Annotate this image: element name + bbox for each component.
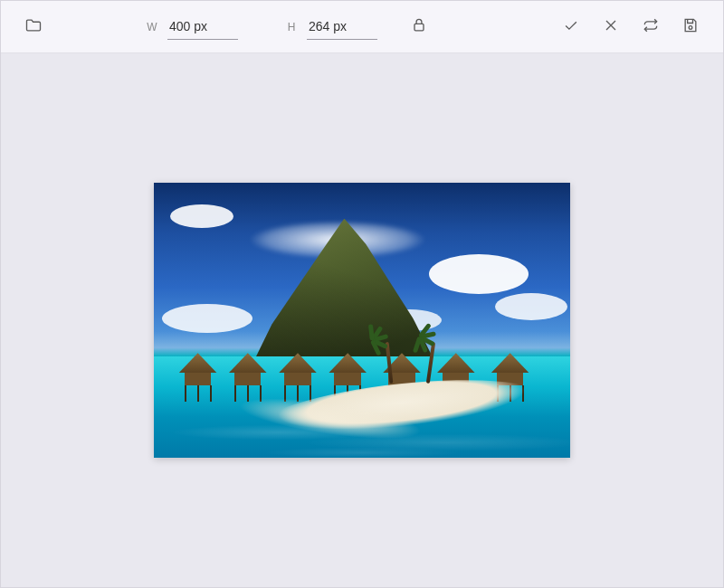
- folder-button[interactable]: [17, 11, 50, 43]
- lock-icon: [410, 16, 428, 37]
- save-button[interactable]: [674, 11, 707, 43]
- height-label: H: [285, 21, 298, 33]
- save-icon: [681, 16, 700, 37]
- lock-aspect-button[interactable]: [403, 11, 435, 43]
- width-input[interactable]: [167, 14, 238, 40]
- cancel-button[interactable]: [595, 11, 627, 43]
- height-input[interactable]: [307, 14, 377, 40]
- svg-point-1: [689, 26, 692, 30]
- width-group: W: [146, 14, 238, 40]
- height-group: H: [285, 14, 377, 40]
- check-icon: [562, 16, 580, 37]
- editor-container: W H: [0, 0, 724, 588]
- toolbar: W H: [1, 1, 723, 53]
- folder-icon: [24, 16, 43, 37]
- image-preview[interactable]: [154, 183, 570, 458]
- width-label: W: [146, 21, 158, 33]
- reset-button[interactable]: [634, 11, 667, 43]
- canvas-area: [1, 53, 723, 587]
- close-icon: [602, 16, 620, 37]
- repeat-icon: [642, 16, 660, 37]
- svg-rect-0: [414, 24, 424, 31]
- apply-button[interactable]: [555, 11, 587, 43]
